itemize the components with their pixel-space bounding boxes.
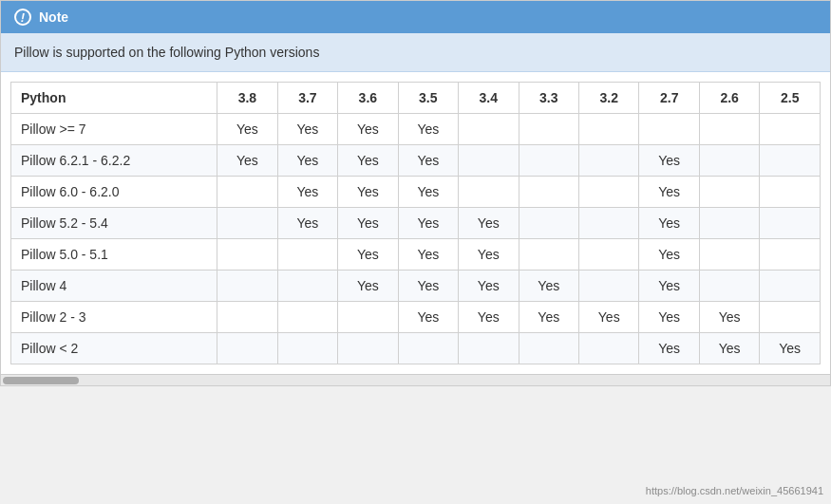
table-cell: Yes	[398, 114, 458, 145]
table-cell: Yes	[578, 302, 638, 333]
table-cell	[277, 271, 337, 302]
table-cell	[760, 208, 821, 239]
table-cell: Yes	[338, 239, 398, 271]
table-cell: Yes	[338, 177, 398, 208]
table-row: Pillow 6.0 - 6.2.0YesYesYesYes	[11, 177, 821, 208]
scrollbar-thumb[interactable]	[3, 377, 79, 384]
table-cell: Yes	[760, 333, 821, 364]
table-header-cell: 3.8	[217, 83, 277, 114]
row-label: Pillow 2 - 3	[11, 302, 217, 333]
table-cell	[519, 145, 578, 177]
table-cell: Yes	[639, 177, 699, 208]
table-cell	[760, 271, 821, 302]
table-header-cell: 3.5	[398, 83, 458, 114]
table-cell	[639, 114, 699, 145]
table-cell	[459, 333, 519, 364]
table-cell	[459, 177, 519, 208]
table-cell	[338, 302, 398, 333]
row-label: Pillow >= 7	[11, 114, 217, 145]
table-cell	[578, 208, 638, 239]
table-cell: Yes	[398, 208, 458, 239]
table-cell	[578, 145, 638, 177]
table-header-cell: 3.7	[277, 83, 337, 114]
table-cell	[217, 302, 277, 333]
row-label: Pillow 4	[11, 271, 217, 302]
table-cell: Yes	[519, 302, 578, 333]
table-row: Pillow 2 - 3YesYesYesYesYesYes	[11, 302, 821, 333]
table-row: Pillow >= 7YesYesYesYes	[11, 114, 821, 145]
table-header-row: Python3.83.73.63.53.43.33.22.72.62.5	[11, 83, 821, 114]
table-header-cell: 2.6	[699, 83, 759, 114]
table-cell: Yes	[398, 177, 458, 208]
note-title: Note	[39, 9, 68, 25]
table-cell: Yes	[459, 271, 519, 302]
table-cell	[699, 177, 759, 208]
table-cell: Yes	[277, 145, 337, 177]
table-cell: Yes	[459, 208, 519, 239]
table-cell	[760, 177, 821, 208]
table-cell: Yes	[277, 177, 337, 208]
table-row: Pillow 6.2.1 - 6.2.2YesYesYesYesYes	[11, 145, 821, 177]
table-header-cell: 2.5	[760, 83, 821, 114]
note-icon: !	[14, 9, 31, 26]
table-row: Pillow < 2YesYesYes	[11, 333, 821, 364]
table-cell	[459, 114, 519, 145]
table-cell	[217, 208, 277, 239]
table-header-cell: 2.7	[639, 83, 699, 114]
note-text: Pillow is supported on the following Pyt…	[14, 45, 319, 60]
scrollbar-area[interactable]	[1, 374, 830, 385]
table-cell: Yes	[639, 271, 699, 302]
row-label: Pillow 5.0 - 5.1	[11, 239, 217, 271]
table-header-cell: 3.3	[519, 83, 578, 114]
table-cell: Yes	[639, 333, 699, 364]
table-cell	[519, 239, 578, 271]
table-row: Pillow 4YesYesYesYesYes	[11, 271, 821, 302]
table-cell	[398, 333, 458, 364]
note-body: Pillow is supported on the following Pyt…	[1, 33, 830, 72]
table-cell: Yes	[459, 302, 519, 333]
table-cell	[578, 114, 638, 145]
row-label: Pillow 6.0 - 6.2.0	[11, 177, 217, 208]
table-cell	[459, 145, 519, 177]
table-cell	[760, 239, 821, 271]
table-cell: Yes	[699, 302, 759, 333]
table-cell	[699, 114, 759, 145]
table-row: Pillow 5.0 - 5.1YesYesYesYes	[11, 239, 821, 271]
table-cell	[277, 302, 337, 333]
table-cell	[338, 333, 398, 364]
table-cell	[217, 271, 277, 302]
table-cell: Yes	[277, 208, 337, 239]
table-cell: Yes	[338, 208, 398, 239]
table-cell	[578, 177, 638, 208]
table-cell: Yes	[639, 208, 699, 239]
table-cell: Yes	[398, 145, 458, 177]
table-cell	[217, 239, 277, 271]
table-cell: Yes	[277, 114, 337, 145]
row-label: Pillow 6.2.1 - 6.2.2	[11, 145, 217, 177]
table-cell: Yes	[338, 114, 398, 145]
table-cell	[578, 333, 638, 364]
table-wrapper: Python3.83.73.63.53.43.33.22.72.62.5 Pil…	[1, 72, 830, 374]
table-header-cell: 3.4	[459, 83, 519, 114]
version-table: Python3.83.73.63.53.43.33.22.72.62.5 Pil…	[10, 82, 821, 364]
table-cell	[699, 145, 759, 177]
table-cell: Yes	[217, 114, 277, 145]
table-cell: Yes	[398, 271, 458, 302]
table-cell: Yes	[639, 239, 699, 271]
table-cell	[519, 177, 578, 208]
note-header: ! Note	[1, 1, 830, 33]
table-body: Pillow >= 7YesYesYesYesPillow 6.2.1 - 6.…	[11, 114, 821, 364]
table-cell	[217, 333, 277, 364]
table-cell	[578, 239, 638, 271]
watermark: https://blog.csdn.net/weixin_45661941	[646, 485, 823, 496]
table-header-cell: 3.6	[338, 83, 398, 114]
table-cell	[217, 177, 277, 208]
table-cell: Yes	[217, 145, 277, 177]
table-cell	[760, 114, 821, 145]
table-cell	[519, 333, 578, 364]
table-cell	[277, 239, 337, 271]
row-label: Pillow 5.2 - 5.4	[11, 208, 217, 239]
table-row: Pillow 5.2 - 5.4YesYesYesYesYes	[11, 208, 821, 239]
table-cell: Yes	[398, 302, 458, 333]
table-cell	[699, 239, 759, 271]
